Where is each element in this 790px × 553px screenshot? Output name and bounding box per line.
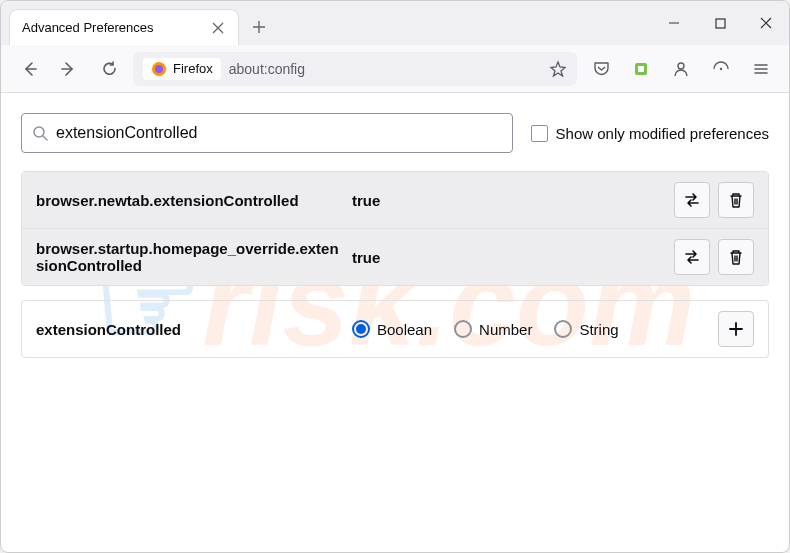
close-window-button[interactable] bbox=[743, 1, 789, 45]
toggle-button[interactable] bbox=[674, 182, 710, 218]
browser-tab[interactable]: Advanced Preferences bbox=[9, 9, 239, 45]
radio-string[interactable]: String bbox=[554, 320, 618, 338]
new-pref-row: extensionControlled Boolean Number Strin… bbox=[22, 301, 768, 357]
radio-number[interactable]: Number bbox=[454, 320, 532, 338]
pref-value: true bbox=[346, 249, 674, 266]
svg-point-2 bbox=[155, 65, 163, 73]
titlebar: Advanced Preferences bbox=[1, 1, 789, 45]
radio-input[interactable] bbox=[554, 320, 572, 338]
firefox-icon bbox=[151, 61, 167, 77]
pref-actions bbox=[674, 239, 754, 275]
close-tab-icon[interactable] bbox=[210, 20, 226, 36]
reload-button[interactable] bbox=[93, 53, 125, 85]
window-controls bbox=[651, 1, 789, 45]
show-modified-label: Show only modified preferences bbox=[556, 125, 769, 142]
svg-point-5 bbox=[678, 63, 684, 69]
back-button[interactable] bbox=[13, 53, 45, 85]
navigation-toolbar: Firefox about:config bbox=[1, 45, 789, 93]
new-tab-button[interactable] bbox=[243, 11, 275, 43]
content-area: Show only modified preferences browser.n… bbox=[1, 93, 789, 392]
show-modified-checkbox[interactable] bbox=[531, 125, 548, 142]
svg-point-6 bbox=[720, 67, 722, 69]
minimize-button[interactable] bbox=[651, 1, 697, 45]
toggle-button[interactable] bbox=[674, 239, 710, 275]
type-select: Boolean Number String bbox=[346, 320, 718, 338]
forward-button[interactable] bbox=[53, 53, 85, 85]
pref-name: browser.startup.homepage_override.extens… bbox=[36, 240, 346, 274]
pref-actions bbox=[718, 311, 754, 347]
radio-input[interactable] bbox=[352, 320, 370, 338]
firefox-badge: Firefox bbox=[143, 58, 221, 80]
show-modified-checkbox-wrap[interactable]: Show only modified preferences bbox=[531, 125, 769, 142]
search-icon bbox=[32, 125, 48, 141]
radio-input[interactable] bbox=[454, 320, 472, 338]
pref-row: browser.newtab.extensionControlled true bbox=[22, 172, 768, 229]
search-box[interactable] bbox=[21, 113, 513, 153]
radio-label: Number bbox=[479, 321, 532, 338]
pref-actions bbox=[674, 182, 754, 218]
pocket-icon[interactable] bbox=[585, 53, 617, 85]
svg-rect-0 bbox=[716, 19, 725, 28]
url-bar[interactable]: Firefox about:config bbox=[133, 52, 577, 86]
svg-rect-4 bbox=[638, 66, 644, 72]
overflow-icon[interactable] bbox=[705, 53, 737, 85]
radio-boolean[interactable]: Boolean bbox=[352, 320, 432, 338]
new-pref-name: extensionControlled bbox=[36, 321, 346, 338]
browser-window: Advanced Preferences bbox=[0, 0, 790, 553]
search-input[interactable] bbox=[56, 124, 502, 142]
firefox-label: Firefox bbox=[173, 61, 213, 76]
search-row: Show only modified preferences bbox=[21, 113, 769, 153]
account-icon[interactable] bbox=[665, 53, 697, 85]
radio-label: String bbox=[579, 321, 618, 338]
pref-name: browser.newtab.extensionControlled bbox=[36, 192, 346, 209]
preferences-table: browser.newtab.extensionControlled true … bbox=[21, 171, 769, 286]
url-text: about:config bbox=[229, 61, 541, 77]
bookmark-star-icon[interactable] bbox=[549, 60, 567, 78]
maximize-button[interactable] bbox=[697, 1, 743, 45]
radio-label: Boolean bbox=[377, 321, 432, 338]
new-pref-table: extensionControlled Boolean Number Strin… bbox=[21, 300, 769, 358]
pref-value: true bbox=[346, 192, 674, 209]
delete-button[interactable] bbox=[718, 239, 754, 275]
tab-title: Advanced Preferences bbox=[22, 20, 202, 35]
delete-button[interactable] bbox=[718, 182, 754, 218]
add-button[interactable] bbox=[718, 311, 754, 347]
extension-icon[interactable] bbox=[625, 53, 657, 85]
pref-row: browser.startup.homepage_override.extens… bbox=[22, 229, 768, 285]
menu-icon[interactable] bbox=[745, 53, 777, 85]
